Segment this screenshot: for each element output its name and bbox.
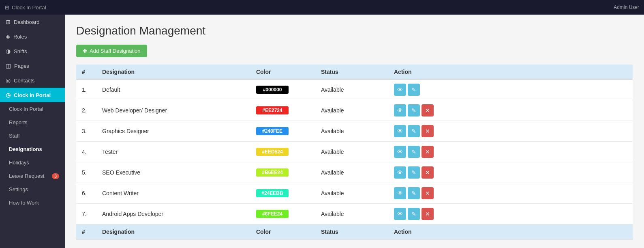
clock-icon: ◷ <box>6 92 11 98</box>
color-badge: #6FEE24 <box>256 210 289 218</box>
cell-color: #6FEE24 <box>250 204 315 224</box>
sidebar-sub-label: Leave Request <box>9 173 44 179</box>
color-badge: #B6EE24 <box>256 168 289 177</box>
cell-status: Available <box>315 80 388 100</box>
cell-num: 5. <box>76 162 96 183</box>
sidebar-item-contacts[interactable]: ◎ Contacts <box>0 73 65 88</box>
edit-button[interactable]: ✎ <box>408 208 420 220</box>
cell-designation: Android Apps Developer <box>96 204 250 224</box>
sidebar-item-staff[interactable]: Staff <box>0 129 65 142</box>
color-badge: #248FEE <box>256 127 289 135</box>
sidebar-sub-label: Clock In Portal <box>9 106 43 112</box>
cell-num: 4. <box>76 142 96 162</box>
delete-button[interactable]: ✕ <box>421 104 434 116</box>
footer-col-color: Color <box>250 224 315 239</box>
sidebar-sub-label: Designations <box>9 146 42 152</box>
delete-button[interactable]: ✕ <box>421 146 434 158</box>
cell-color: #248FEE <box>250 121 315 142</box>
topbar-user: Admin User <box>614 4 639 10</box>
cell-num: 1. <box>76 80 96 100</box>
sidebar-item-label: Roles <box>13 34 27 40</box>
sidebar-item-clock-in-portal[interactable]: Clock In Portal <box>0 102 65 116</box>
cell-status: Available <box>315 162 388 183</box>
sidebar-item-reports[interactable]: Reports <box>0 116 65 129</box>
sidebar-item-dashboard[interactable]: ⊞ Dashboard <box>0 15 65 29</box>
sidebar-item-roles[interactable]: ◈ Roles <box>0 29 65 44</box>
edit-button[interactable]: ✎ <box>408 125 420 137</box>
cell-designation: SEO Executive <box>96 162 250 183</box>
cell-num: 2. <box>76 100 96 121</box>
cell-color: #EE2724 <box>250 100 315 121</box>
topbar-logo: ⊞ Clock In Portal <box>5 4 46 11</box>
page-title: Designation Management <box>76 24 633 37</box>
plus-icon: ✚ <box>83 48 87 54</box>
edit-button[interactable]: ✎ <box>408 146 420 158</box>
dashboard-icon: ⊞ <box>6 19 11 25</box>
cell-designation: Web Developer/ Designer <box>96 100 250 121</box>
sidebar-item-label: Dashboard <box>14 19 40 25</box>
table-footer-row: # Designation Color Status Action <box>76 224 633 239</box>
sidebar-item-holidays[interactable]: Holidays <box>0 156 65 169</box>
cell-action: 👁 ✎ ✕ <box>388 100 633 121</box>
sidebar-item-how-to-work[interactable]: How to Work <box>0 196 65 209</box>
leave-request-badge: 3 <box>52 173 59 179</box>
topbar-logo-icon: ⊞ <box>5 4 9 11</box>
table-row: 3. Graphics Designer #248FEE Available 👁… <box>76 121 633 142</box>
sidebar-item-designations[interactable]: Designations <box>0 142 65 156</box>
topbar-logo-text: Clock In Portal <box>12 4 46 11</box>
color-badge: #EED524 <box>256 148 289 156</box>
sidebar-sub-label: Reports <box>9 119 28 125</box>
color-badge: #24EEBB <box>256 189 289 197</box>
cell-designation: Tester <box>96 142 250 162</box>
add-staff-designation-button[interactable]: ✚ Add Staff Designation <box>76 45 147 57</box>
cell-action: 👁 ✎ ✕ <box>388 204 633 224</box>
cell-num: 6. <box>76 183 96 204</box>
delete-button[interactable]: ✕ <box>421 208 434 220</box>
table-row: 4. Tester #EED524 Available 👁 ✎ ✕ <box>76 142 633 162</box>
delete-button[interactable]: ✕ <box>421 166 434 179</box>
view-button[interactable]: 👁 <box>394 187 406 199</box>
footer-col-designation: Designation <box>96 224 250 239</box>
sidebar-item-settings[interactable]: Settings <box>0 183 65 196</box>
sidebar-item-shifts[interactable]: ◑ Shifts <box>0 44 65 58</box>
delete-button[interactable]: ✕ <box>421 125 434 137</box>
cell-designation: Default <box>96 80 250 100</box>
cell-status: Available <box>315 142 388 162</box>
sidebar: ⊞ Dashboard ◈ Roles ◑ Shifts ◫ Pages ◎ C… <box>0 15 65 248</box>
table-row: 7. Android Apps Developer #6FEE24 Availa… <box>76 204 633 224</box>
edit-button[interactable]: ✎ <box>408 84 420 96</box>
view-button[interactable]: 👁 <box>394 104 406 116</box>
delete-button[interactable]: ✕ <box>421 187 434 199</box>
sidebar-sub-label: Staff <box>9 133 20 139</box>
sidebar-item-label: Contacts <box>14 78 34 84</box>
view-button[interactable]: 👁 <box>394 208 406 220</box>
table-row: 1. Default #000000 Available 👁 ✎ <box>76 80 633 100</box>
sidebar-item-label: Pages <box>14 63 29 69</box>
edit-button[interactable]: ✎ <box>408 166 420 179</box>
footer-col-num: # <box>76 224 96 239</box>
sidebar-item-clock-in-portal-parent[interactable]: ◷ Clock In Portal <box>0 88 65 102</box>
contacts-icon: ◎ <box>6 77 11 84</box>
color-badge: #EE2724 <box>256 106 289 114</box>
view-button[interactable]: 👁 <box>394 84 406 96</box>
table-row: 2. Web Developer/ Designer #EE2724 Avail… <box>76 100 633 121</box>
sidebar-item-label: Clock In Portal <box>14 92 51 98</box>
topbar: ⊞ Clock In Portal Admin User <box>0 0 644 15</box>
sidebar-item-label: Shifts <box>14 48 27 54</box>
pages-icon: ◫ <box>6 63 11 69</box>
edit-button[interactable]: ✎ <box>408 104 420 116</box>
cell-color: #24EEBB <box>250 183 315 204</box>
cell-designation: Graphics Designer <box>96 121 250 142</box>
view-button[interactable]: 👁 <box>394 125 406 137</box>
roles-icon: ◈ <box>6 33 10 40</box>
sidebar-item-pages[interactable]: ◫ Pages <box>0 58 65 73</box>
cell-action: 👁 ✎ ✕ <box>388 183 633 204</box>
view-button[interactable]: 👁 <box>394 146 406 158</box>
footer-col-action: Action <box>388 224 633 239</box>
sidebar-item-leave-request[interactable]: Leave Request 3 <box>0 169 65 183</box>
cell-color: #B6EE24 <box>250 162 315 183</box>
cell-status: Available <box>315 121 388 142</box>
edit-button[interactable]: ✎ <box>408 187 420 199</box>
cell-action: 👁 ✎ ✕ <box>388 142 633 162</box>
view-button[interactable]: 👁 <box>394 166 406 179</box>
